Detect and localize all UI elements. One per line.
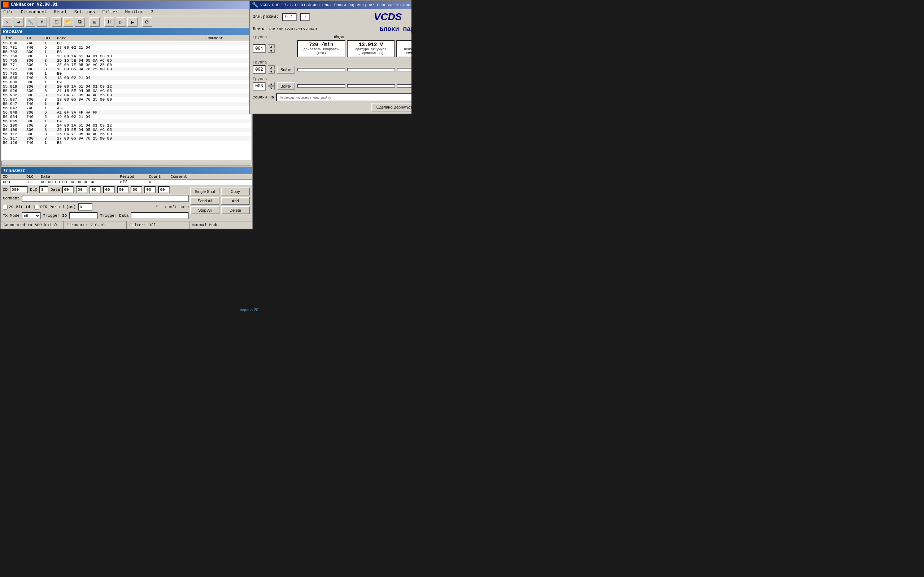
vcds-войти-btn-3[interactable]: Войти	[277, 82, 295, 90]
toolbar-undo-btn[interactable]: ↩	[14, 17, 24, 27]
vcds-cell-val-1-1: 13.912 V	[349, 42, 393, 48]
period-input[interactable]	[78, 203, 92, 211]
toolbar-copy-btn[interactable]: ⧉	[75, 17, 85, 27]
data-byte-2[interactable]	[89, 186, 101, 193]
form-row-1: ID DLC Data	[3, 186, 189, 193]
vcds-down-btn-3[interactable]: ▼	[268, 86, 275, 90]
data-byte-7[interactable]	[158, 186, 170, 193]
id-label: ID	[3, 187, 8, 192]
status-firmware: Firmware: V10.10	[63, 221, 126, 229]
tcol-period: Period	[120, 174, 149, 179]
stop-all-button[interactable]: Stop All	[190, 206, 219, 214]
menu-file[interactable]: File	[2, 10, 15, 15]
bit29-checkbox[interactable]	[3, 205, 8, 210]
vcds-ссылки-label: Ссылки на	[253, 95, 274, 100]
data-label: Data	[50, 187, 60, 192]
trigger-data-input[interactable]	[131, 212, 189, 219]
menu-filter[interactable]: Filter	[101, 10, 119, 15]
form-row-comment: Comment	[3, 195, 189, 202]
data-byte-4[interactable]	[117, 186, 129, 193]
rtr-label[interactable]: RTR	[34, 205, 47, 210]
vcds-title-icon: 🔧	[252, 2, 258, 8]
tcol-count: Count	[149, 174, 171, 179]
trow-count: 0	[149, 180, 171, 184]
tcol-dlc: DLC	[26, 174, 41, 179]
menu-help[interactable]: ?	[149, 10, 154, 15]
toolbar-open-btn[interactable]: 📂	[63, 17, 73, 27]
table-row: 55.888740518 00 02 21 04	[2, 76, 251, 80]
tcol-data: Data	[41, 174, 120, 179]
vcds-cell-lbl-1-0: двигатель Скорость (G28)	[299, 48, 344, 56]
toolbar-record-btn[interactable]: ⟳	[142, 17, 152, 27]
toolbar-sep2	[87, 18, 87, 26]
data-byte-6[interactable]	[144, 186, 156, 193]
copy-button[interactable]: Copy	[221, 187, 250, 195]
menu-monitor[interactable]: Monitor	[124, 10, 144, 15]
delete-button[interactable]: Delete	[221, 206, 250, 214]
rtr-checkbox[interactable]	[34, 205, 39, 210]
vcds-up-btn-3[interactable]: ▲	[268, 82, 275, 86]
toolbar-sep1	[49, 18, 50, 26]
vcds-content: Осн.режим: 6.1 I VCDS Turbo! Лейбл RUS\0…	[250, 9, 412, 114]
vcds-links-input[interactable]	[276, 93, 412, 102]
toolbar-filter-btn[interactable]: ▼	[37, 17, 47, 27]
table-row: 55.919300820 00 1A 61 04 01 C8 12	[2, 84, 251, 89]
toolbar-new-btn[interactable]: □	[52, 17, 62, 27]
comment-input[interactable]	[22, 195, 189, 202]
toolbar-grid-btn[interactable]: ⊞	[89, 17, 100, 27]
vcds-group-num-3: 003	[253, 82, 266, 90]
table-row: 55.7333001B8	[2, 50, 251, 54]
menu-disconnect[interactable]: Disconnect	[20, 10, 48, 15]
vcds-cells-3	[297, 84, 412, 88]
toolbar-stop-btn[interactable]: ✕	[2, 17, 12, 27]
add-button[interactable]: Add	[221, 197, 250, 205]
data-byte-5[interactable]	[131, 186, 142, 193]
id-input[interactable]	[10, 186, 28, 193]
vcds-down-btn-2[interactable]: ▼	[268, 69, 275, 74]
trigger-id-label: Trigger ID	[43, 213, 67, 218]
vcds-updown-3: ▲ ▼	[268, 82, 275, 90]
toolbar-play-btn[interactable]: ▶	[128, 17, 137, 27]
txmode-select[interactable]: off auto single	[22, 212, 41, 219]
vcds-label-value: RUS\06J-907-115-CDA0	[269, 27, 323, 31]
vcds-up-btn-2[interactable]: ▲	[268, 65, 275, 69]
vcds-down-btn-1[interactable]: ▼	[268, 49, 275, 53]
vcds-top-row: Осн.режим: 6.1 I VCDS Turbo!	[253, 11, 412, 23]
data-byte-0[interactable]	[62, 186, 74, 193]
table-row: 55.937300813 00 05 0A 76 25 00 00	[2, 97, 251, 102]
send-all-button[interactable]: Send All	[190, 197, 219, 205]
toolbar-step-btn[interactable]: ▷	[116, 17, 126, 27]
form-row-3: TX Mode off auto single Trigger ID Trigg…	[3, 212, 189, 219]
vcds-up-btn-1[interactable]: ▲	[268, 44, 275, 48]
toolbar-tools-btn[interactable]: 🔧	[25, 17, 36, 27]
menu-reset[interactable]: Reset	[53, 10, 68, 15]
bit29-label[interactable]: 29 Bit Id	[3, 205, 30, 210]
vcds-mode-btn[interactable]: I	[300, 13, 310, 21]
group-row-container-1: Группа Общая 004 ▲	[253, 35, 412, 57]
table-row: 55.76530082D 15 5E 94 05 0A AC 05	[2, 58, 251, 63]
table-row: 56.1267401B8	[2, 141, 251, 145]
trow-comment	[171, 180, 250, 184]
trow-id: 000	[3, 180, 26, 184]
dlc-input[interactable]	[39, 186, 48, 193]
single-shot-button[interactable]: Single Shot	[190, 187, 219, 195]
menu-settings[interactable]: Settings	[73, 10, 96, 15]
vcds-cell-lbl-1-1: ература аккумуля (Терминал 30)	[349, 48, 393, 56]
vcds-cells-2	[297, 68, 412, 71]
group-row-container-3: Группа 003 ▲ ▼ Войти	[253, 77, 412, 90]
period-label: Period (ms)	[50, 205, 76, 209]
receive-panel: Receive Time ID DLC Data Comment 55.6387…	[1, 28, 252, 166]
vcds-cell-3-2	[397, 84, 412, 88]
vcds-войти-btn-2[interactable]: Войти	[277, 66, 295, 74]
transmit-header: Transmit	[1, 167, 252, 174]
canhacker-titlebar: CANHacker V2.00.01	[1, 1, 252, 9]
toolbar-pause-btn[interactable]: ⏸	[104, 17, 115, 27]
data-byte-1[interactable]	[76, 186, 87, 193]
receive-rows[interactable]: 55.6387401BC55.731740517 00 02 21 0455.7…	[2, 41, 251, 160]
receive-scrollbar-x[interactable]	[2, 161, 251, 166]
vcds-done-back-btn[interactable]: Сделано,Вернуться	[372, 103, 412, 111]
status-connection: Connected to 500 kbit/s	[1, 221, 63, 229]
vcds-cell-1-2: 72.0°C Охлаждающая жидко Температура (G6…	[396, 40, 412, 57]
data-byte-3[interactable]	[103, 186, 115, 193]
trigger-id-input[interactable]	[69, 212, 98, 219]
